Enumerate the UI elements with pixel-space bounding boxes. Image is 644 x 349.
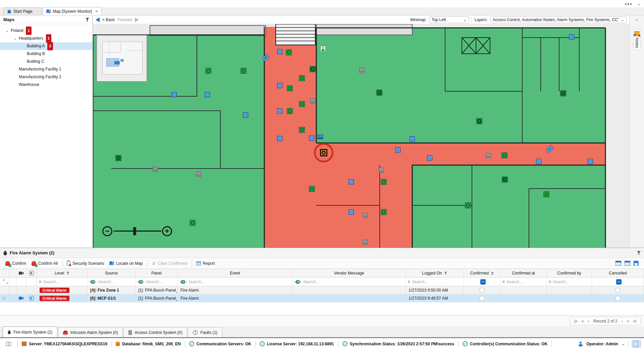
row-expand-arrow[interactable]: ▷ [3, 296, 6, 300]
map-device-icon[interactable] [310, 99, 315, 104]
maps-tree-item[interactable]: Poland 1 [0, 27, 93, 35]
map-device-icon[interactable] [286, 50, 292, 55]
map-device-icon[interactable] [360, 68, 365, 73]
zoom-out-button[interactable] [102, 226, 112, 236]
map-device-icon[interactable] [321, 46, 326, 52]
collapse-chevron-icon[interactable] [635, 17, 638, 21]
source-search-input[interactable] [98, 280, 135, 284]
layers-dropdown[interactable]: Access Control, Automation Nodes, Alarm … [490, 16, 627, 23]
column-cancelled[interactable]: Cancelled [592, 269, 644, 277]
map-device-icon[interactable] [363, 240, 368, 245]
confirmed-filter-checkbox[interactable] [480, 279, 486, 285]
column-confirmed-at[interactable]: Confirmed at [500, 269, 547, 277]
map-device-icon[interactable] [395, 147, 400, 153]
column-level[interactable]: Level [37, 269, 88, 277]
map-canvas[interactable] [93, 24, 629, 248]
zoom-slider-track[interactable] [114, 231, 161, 232]
map-device-icon[interactable] [243, 112, 248, 118]
filter-icon[interactable] [66, 272, 69, 275]
column-confirmed-by[interactable]: Confirmed by [547, 269, 592, 277]
next-page-button[interactable]: » [627, 319, 629, 323]
minimap[interactable] [96, 35, 147, 82]
map-device-icon[interactable] [377, 90, 382, 96]
map-device-icon[interactable] [348, 179, 354, 185]
map-device-icon[interactable] [205, 92, 210, 97]
filter-icon[interactable] [444, 272, 447, 275]
toggle-panel-button[interactable] [632, 340, 641, 348]
camera-icon[interactable] [19, 296, 24, 300]
map-device-icon[interactable] [502, 153, 507, 158]
close-icon[interactable] [94, 9, 98, 14]
map-device-icon[interactable] [310, 66, 316, 72]
equals-filter-icon[interactable] [549, 280, 551, 284]
column-vendor-message[interactable]: Vendor Message [292, 269, 406, 277]
column-source[interactable]: Source [88, 269, 136, 277]
map-device-icon[interactable] [588, 159, 593, 164]
map-device-icon[interactable] [560, 91, 566, 96]
map-device-icon[interactable] [309, 136, 314, 141]
system-tab[interactable]: Access Control System (0) [123, 327, 187, 337]
map-device-icon[interactable] [427, 155, 432, 161]
map-device-icon[interactable] [465, 203, 471, 208]
column-logged-on[interactable]: Logged On [406, 269, 464, 277]
next-record-button[interactable]: › [622, 319, 623, 323]
filter-icon[interactable] [86, 18, 89, 21]
map-device-icon[interactable] [318, 135, 323, 139]
maps-tree-item[interactable]: Warehouse [0, 81, 93, 89]
vendor-search-input[interactable] [303, 280, 406, 284]
toolbar-button[interactable]: Confirm All [29, 260, 63, 267]
play-icon[interactable] [29, 296, 34, 301]
layout-view-icon[interactable] [625, 261, 630, 266]
map-device-icon[interactable] [277, 83, 282, 88]
header-camera-col[interactable] [16, 269, 26, 277]
equals-filter-icon[interactable] [408, 280, 410, 284]
map-device-icon[interactable] [171, 92, 177, 97]
maps-tree-item[interactable]: Headquarters 1 [0, 35, 93, 42]
column-event[interactable]: Event [178, 269, 292, 277]
system-tab[interactable]: Fire Alarm System (2) [3, 327, 57, 337]
prev-record-button[interactable]: ‹ [588, 319, 589, 323]
map-device-icon[interactable] [196, 172, 201, 177]
chevron-down-icon[interactable] [11, 35, 19, 42]
map-device-icon[interactable] [363, 213, 368, 218]
table-row[interactable]: ▷ Critical Alarm [4]: Fire Zone 1 [1]: F… [0, 286, 644, 294]
first-record-button[interactable]: |« [574, 319, 578, 323]
map-device-icon[interactable] [190, 220, 196, 226]
header-play-col[interactable] [26, 269, 37, 277]
minimap-position-dropdown[interactable]: Top Left [429, 16, 469, 23]
expand-grid-icon[interactable] [3, 280, 8, 284]
map-device-icon[interactable] [206, 68, 211, 74]
map-device-icon[interactable] [348, 209, 354, 215]
prev-page-button[interactable]: « [582, 319, 584, 323]
confirmed-at-search-input[interactable] [506, 280, 546, 284]
map-device-icon[interactable] [309, 186, 315, 192]
confirmed-checkbox[interactable] [480, 296, 484, 301]
logged-on-search-input[interactable] [412, 280, 464, 284]
map-device-icon[interactable] [546, 145, 554, 153]
document-tab[interactable]: Map [System Monitor] [43, 7, 101, 15]
map-device-icon[interactable] [277, 49, 282, 54]
confirmed-checkbox[interactable] [480, 288, 484, 293]
zoom-in-button[interactable] [162, 226, 172, 236]
maps-tree-item[interactable]: Bulding C [0, 58, 93, 65]
toolbar-button[interactable]: Security Scenario [64, 260, 107, 267]
toolbar-button[interactable]: Confirm [3, 260, 29, 267]
maps-tree-item[interactable]: Building B [0, 50, 93, 58]
level-search-input[interactable] [43, 280, 87, 284]
cancelled-checkbox[interactable] [615, 288, 620, 293]
map-device-icon[interactable] [287, 86, 293, 91]
chevron-down-icon[interactable] [622, 342, 625, 346]
equals-filter-icon[interactable] [502, 280, 505, 284]
map-device-icon[interactable] [502, 177, 508, 183]
confirmed-by-search-input[interactable] [553, 280, 592, 284]
map-device-icon[interactable] [277, 136, 282, 141]
maps-tree-item[interactable]: Building A 2 [0, 42, 93, 50]
toolbar-button[interactable]: Report [194, 260, 218, 267]
map-device-icon[interactable] [287, 108, 293, 114]
event-search-input[interactable] [188, 280, 292, 284]
system-tab[interactable]: Intrusion Alarm System (0) [58, 327, 123, 337]
last-record-button[interactable]: »| [633, 319, 636, 323]
map-device-icon[interactable] [299, 101, 305, 107]
system-tab[interactable]: Faults (1) [188, 327, 222, 337]
map-device-icon[interactable] [299, 127, 305, 133]
